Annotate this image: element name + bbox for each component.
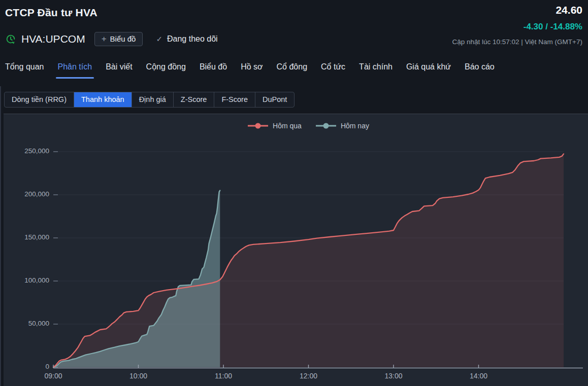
nav-item-gia-qua-khu[interactable]: Giá quá khứ	[406, 62, 451, 79]
y-axis-label: 50,000	[0, 320, 49, 327]
y-axis-label: 200,000	[0, 190, 49, 198]
nav-item-co-dong[interactable]: Cổ đông	[277, 62, 308, 79]
legend-marker-red	[248, 123, 268, 129]
price-block: 24.60 -4.30 / -14.88% Cập nhật lúc 10:57…	[452, 3, 582, 46]
check-icon: ✓	[156, 34, 162, 44]
subtab-f-score[interactable]: F-Score	[214, 92, 255, 107]
ticker-symbol: HVA:UPCOM	[21, 33, 85, 45]
legend-item-hom-nay[interactable]: Hôm nay	[316, 122, 369, 130]
analysis-subtabs: Dòng tiền (RRG) Thanh khoản Định giá Z-S…	[4, 92, 295, 108]
x-axis-label: 11:00	[206, 372, 241, 380]
y-axis-label: 250,000	[0, 147, 49, 155]
legend-label: Hôm qua	[273, 122, 302, 130]
watching-toggle[interactable]: ✓ Đang theo dõi	[156, 34, 217, 44]
x-axis-label: 10:00	[121, 372, 156, 380]
y-axis-label: 0	[0, 363, 49, 370]
nav-item-bieu-do[interactable]: Biểu đồ	[200, 62, 227, 79]
subtab-thanh-khoan[interactable]: Thanh khoản	[74, 92, 132, 107]
legend-marker-teal	[316, 123, 336, 129]
nav-item-tai-chinh[interactable]: Tài chính	[359, 62, 393, 79]
nav-item-co-tuc[interactable]: Cổ tức	[321, 62, 345, 79]
price-change: -4.30 / -14.88%	[452, 22, 582, 32]
subtab-z-score[interactable]: Z-Score	[173, 92, 214, 107]
ticker-row: HVA:UPCOM + Biểu đồ ✓ Đang theo dõi	[5, 30, 218, 48]
subtab-dong-tien-rrg[interactable]: Dòng tiền (RRG)	[5, 92, 74, 107]
nav-item-bao-cao[interactable]: Báo cáo	[465, 62, 495, 79]
plus-icon: +	[102, 34, 107, 43]
x-axis-label: 14:00	[461, 372, 497, 380]
subtab-dinh-gia[interactable]: Định giá	[132, 92, 173, 107]
nav-item-ho-so[interactable]: Hồ sơ	[241, 62, 263, 79]
chart-legend: Hôm qua Hôm nay	[53, 122, 564, 130]
x-axis-label: 12:00	[291, 372, 326, 380]
nav-item-bai-viet[interactable]: Bài viết	[106, 62, 132, 79]
chart-panel	[4, 114, 588, 386]
nav-item-phan-tich[interactable]: Phân tích	[58, 62, 92, 79]
main-nav: Tổng quan Phân tích Bài viết Cộng đồng B…	[5, 62, 495, 79]
y-axis-label: 150,000	[0, 233, 49, 241]
update-time: Cập nhật lúc 10:57:02 | Việt Nam (GMT+7)	[452, 38, 582, 46]
last-price: 24.60	[452, 3, 582, 17]
y-axis-label: 100,000	[0, 276, 49, 284]
legend-item-hom-qua[interactable]: Hôm qua	[248, 122, 302, 130]
legend-label: Hôm nay	[341, 122, 369, 130]
x-axis-label: 09:00	[36, 372, 71, 380]
company-name: CTCP Đầu tư HVA	[5, 7, 97, 19]
x-axis-label: 13:00	[376, 372, 411, 380]
nav-item-cong-dong[interactable]: Cộng đồng	[146, 62, 186, 79]
watching-label: Đang theo dõi	[167, 34, 218, 44]
realtime-clock-icon	[5, 33, 16, 45]
chart-button[interactable]: + Biểu đồ	[94, 32, 143, 46]
chart-button-label: Biểu đồ	[110, 34, 136, 43]
nav-item-tong-quan[interactable]: Tổng quan	[5, 62, 44, 79]
subtab-dupont[interactable]: DuPont	[255, 92, 294, 107]
